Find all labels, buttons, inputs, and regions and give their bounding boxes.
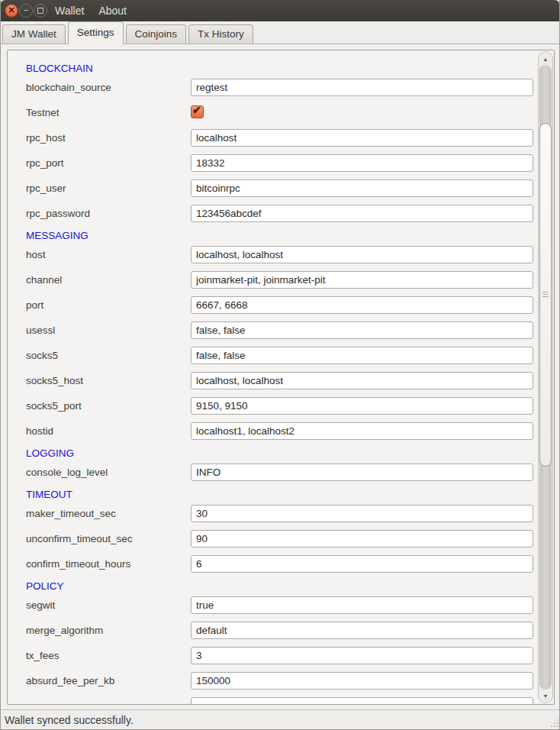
section-header-messaging: MESSAGING: [26, 230, 537, 242]
field-row-merge-algorithm: merge_algorithm: [26, 622, 537, 639]
rpc-port-input[interactable]: [191, 154, 533, 172]
testnet-label: Testnet: [26, 104, 191, 121]
scrollbar-thumb[interactable]: [539, 123, 552, 467]
field-row-rpc-user: rpc_user: [26, 179, 537, 197]
usessl-label: usessl: [26, 321, 191, 339]
field-row-rpc-port: rpc_port: [26, 154, 537, 172]
host-label: host: [26, 246, 191, 263]
socks5-label: socks5: [26, 347, 191, 364]
channel-label: channel: [26, 271, 191, 289]
console-log-level-input[interactable]: [191, 464, 533, 481]
port-label: port: [26, 296, 191, 314]
tab-tx-history[interactable]: Tx History: [188, 24, 253, 44]
status-text: Wallet synced successfully.: [1, 714, 134, 726]
field-row-testnet: Testnet✔: [26, 104, 537, 121]
hostid-input[interactable]: [191, 422, 533, 440]
field-row-hostid: hostid: [26, 422, 537, 440]
rpc-host-input[interactable]: [191, 129, 533, 147]
resize-grip[interactable]: [550, 719, 559, 728]
vertical-scrollbar[interactable]: ▲ ▼: [538, 51, 553, 703]
field-row-rpc-host: rpc_host: [26, 129, 537, 147]
field-row-absurd-fee-per-kb: absurd_fee_per_kb: [26, 672, 537, 690]
usessl-input[interactable]: [191, 321, 533, 339]
settings-form: BLOCKCHAINblockchain_sourceTestnet✔rpc_h…: [8, 50, 537, 705]
socks5-host-input[interactable]: [191, 372, 533, 389]
unconfirm-timeout-sec-input[interactable]: [191, 530, 533, 548]
socks5-input[interactable]: [191, 347, 533, 364]
absurd-fee-per-kb-label: absurd_fee_per_kb: [26, 672, 191, 690]
menu-wallet[interactable]: Wallet: [55, 5, 84, 17]
rpc-host-label: rpc_host: [26, 129, 191, 147]
rpc-password-label: rpc_password: [26, 205, 191, 222]
settings-scroll-area: BLOCKCHAINblockchain_sourceTestnet✔rpc_h…: [7, 50, 555, 705]
status-bar: Wallet synced successfully.: [1, 709, 560, 729]
section-header-blockchain: BLOCKCHAIN: [26, 63, 537, 75]
field-row-port: port: [26, 296, 537, 314]
segwit-input[interactable]: [191, 596, 533, 614]
field-row-confirm-timeout-hours: confirm_timeout_hours: [26, 555, 537, 573]
channel-input[interactable]: [191, 271, 533, 289]
maximize-button[interactable]: [34, 4, 47, 18]
tab-bar: JM WalletSettingsCoinjoinsTx History: [1, 21, 560, 44]
scrollbar-grip-icon: [542, 292, 549, 298]
maximize-icon: [37, 8, 43, 14]
blockchain-source-label: blockchain_source: [26, 79, 191, 96]
unconfirm-timeout-sec-label: unconfirm_timeout_sec: [26, 530, 191, 548]
rpc-user-label: rpc_user: [26, 179, 191, 197]
rpc-password-input[interactable]: [191, 205, 533, 222]
scroll-up-icon: ▲: [543, 57, 549, 62]
hostid-label: hostid: [26, 422, 191, 440]
field-row-segwit: segwit: [26, 596, 537, 614]
blockchain-source-input[interactable]: [191, 79, 533, 96]
tab-pane: BLOCKCHAINblockchain_sourceTestnet✔rpc_h…: [1, 44, 560, 710]
maker-timeout-sec-label: maker_timeout_sec: [26, 505, 191, 522]
app-window: ✕ − Wallet About JM WalletSettingsCoinjo…: [0, 0, 560, 730]
maker-timeout-sec-input[interactable]: [191, 505, 533, 522]
scroll-down-button[interactable]: ▼: [539, 690, 552, 702]
close-button[interactable]: ✕: [5, 4, 18, 18]
menu-about[interactable]: About: [98, 5, 127, 17]
merge-algorithm-input[interactable]: [191, 622, 533, 639]
field-row-channel: channel: [26, 271, 537, 289]
socks5-port-input[interactable]: [191, 397, 533, 415]
tx-fees-input[interactable]: [191, 647, 533, 664]
tx-fees-label: tx_fees: [26, 647, 191, 664]
section-header-logging: LOGGING: [26, 447, 537, 460]
port-input[interactable]: [191, 296, 533, 314]
field-row-socks5-port: socks5_port: [26, 397, 537, 415]
field-row-console-log-level: console_log_level: [26, 464, 537, 481]
confirm-timeout-hours-input[interactable]: [191, 555, 533, 573]
absurd-fee-per-kb-input[interactable]: [191, 672, 533, 690]
field-row-rpc-password: rpc_password: [26, 205, 537, 222]
confirm-timeout-hours-label: confirm_timeout_hours: [26, 555, 191, 573]
section-header-policy: POLICY: [26, 580, 537, 593]
field-row-maker-timeout-sec: maker_timeout_sec: [26, 505, 537, 522]
tab-jm-wallet[interactable]: JM Wallet: [2, 24, 66, 44]
scroll-down-icon: ▼: [543, 693, 549, 699]
socks5-port-label: socks5_port: [26, 397, 191, 415]
host-input[interactable]: [191, 246, 533, 263]
segwit-label: segwit: [26, 596, 191, 614]
close-icon: ✕: [8, 6, 14, 15]
tab-settings[interactable]: Settings: [68, 21, 124, 44]
field-row-socks5: socks5: [26, 347, 537, 364]
console-log-level-label: console_log_level: [26, 464, 191, 481]
section-header-timeout: TIMEOUT: [26, 489, 537, 501]
field-row-blockchain-source: blockchain_source: [26, 79, 537, 96]
field-row-usessl: usessl: [26, 321, 537, 339]
menubar: Wallet About: [55, 0, 127, 21]
testnet-checkbox[interactable]: ✔: [191, 105, 204, 118]
rpc-port-label: rpc_port: [26, 154, 191, 172]
rpc-user-input[interactable]: [191, 179, 533, 197]
field-row-unconfirm-timeout-sec: unconfirm_timeout_sec: [26, 530, 537, 548]
partially-visible-input[interactable]: [191, 697, 533, 705]
tab-coinjoins[interactable]: Coinjoins: [126, 24, 187, 44]
minimize-button[interactable]: −: [19, 4, 33, 18]
minimize-icon: −: [24, 6, 28, 15]
field-row-host: host: [26, 246, 537, 263]
checkmark-icon: ✔: [192, 104, 201, 116]
titlebar: ✕ − Wallet About: [0, 0, 560, 21]
socks5-host-label: socks5_host: [26, 372, 191, 389]
field-row-tx-fees: tx_fees: [26, 647, 537, 664]
scroll-up-button[interactable]: ▲: [539, 53, 552, 65]
